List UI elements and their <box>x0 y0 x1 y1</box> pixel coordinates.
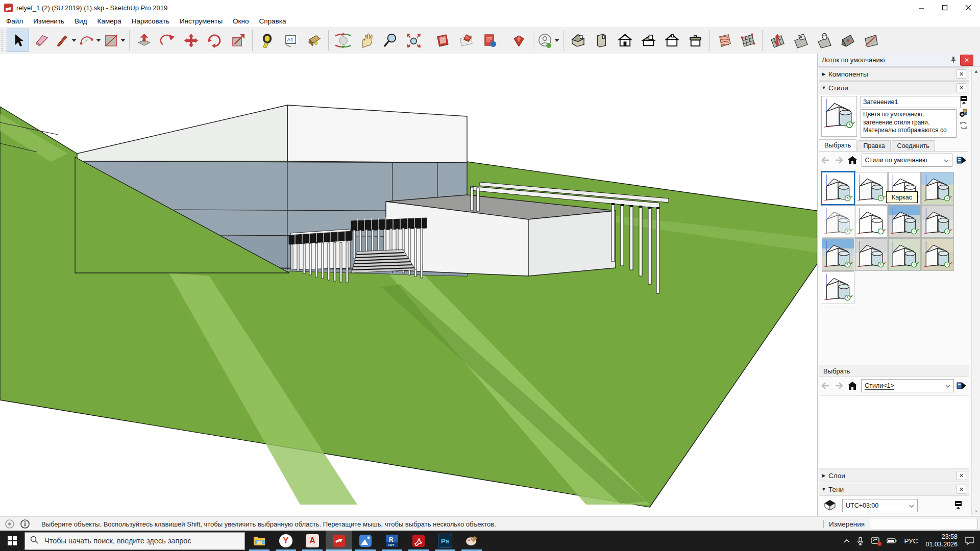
update-style-icon[interactable] <box>959 120 969 131</box>
taskbar-app-photoshop[interactable]: Ps <box>432 531 458 551</box>
taskbar-app-photos[interactable] <box>352 531 379 551</box>
styles-close-button[interactable]: ✕ <box>957 83 966 92</box>
menu-tools[interactable]: Инструменты <box>175 15 228 27</box>
taskbar-app-yandex[interactable]: Y <box>273 531 299 551</box>
sandbox-from-contours-button[interactable] <box>713 29 736 52</box>
sandbox-stamp-button[interactable] <box>789 29 812 52</box>
forward-arrow-icon[interactable] <box>834 154 845 166</box>
push-pull-tool-button[interactable] <box>133 29 155 52</box>
menu-view[interactable]: Вид <box>69 15 92 27</box>
tray-scrollbar[interactable]: ▲ ⌄ <box>971 67 980 515</box>
style-thumb[interactable] <box>855 238 888 271</box>
geolocation-icon[interactable] <box>4 518 15 530</box>
account-button[interactable] <box>536 29 560 52</box>
style-thumb-shading1[interactable] <box>821 171 855 206</box>
section-shadows[interactable]: ▼ Тени ✕ <box>819 483 969 496</box>
view-top-button[interactable] <box>637 29 659 52</box>
start-button[interactable] <box>0 531 24 551</box>
tab-mix[interactable]: Соединить <box>892 140 935 151</box>
language-indicator[interactable]: РУС <box>904 537 918 545</box>
home-icon[interactable] <box>847 380 858 392</box>
rectangle-dropdown-caret[interactable] <box>120 39 126 42</box>
shadows-close-button[interactable]: ✕ <box>957 485 966 494</box>
menu-camera[interactable]: Камера <box>92 15 127 27</box>
style-thumb[interactable] <box>822 238 854 271</box>
style-thumb[interactable] <box>888 205 921 238</box>
menu-file[interactable]: Файл <box>0 15 28 27</box>
view-front-button[interactable] <box>614 29 636 52</box>
view-side-button[interactable] <box>684 29 706 52</box>
tray-chevron-up-icon[interactable] <box>844 539 850 543</box>
info-icon[interactable] <box>19 518 31 530</box>
measurements-input[interactable] <box>870 518 978 530</box>
taskbar-app-acrobat[interactable] <box>405 531 432 551</box>
zoom-tool-button[interactable] <box>379 29 401 52</box>
tape-measure-tool-button[interactable] <box>256 29 278 52</box>
create-style-icon[interactable] <box>959 108 969 118</box>
section-layers[interactable]: ▶ Слои ✕ <box>819 469 969 482</box>
text-tool-button[interactable]: A1 <box>279 29 302 52</box>
menu-window[interactable]: Окно <box>228 15 254 27</box>
style-thumb[interactable] <box>822 271 854 304</box>
arc-tool-button[interactable] <box>78 29 102 52</box>
toggle-shadows-icon[interactable] <box>823 499 837 513</box>
styles-in-model-dropdown[interactable]: Стили<1> <box>861 379 953 392</box>
menu-draw[interactable]: Нарисовать <box>127 15 175 27</box>
style-thumb[interactable] <box>921 205 954 238</box>
view-box-button[interactable] <box>590 29 612 52</box>
sandbox-from-scratch-button[interactable] <box>737 29 759 52</box>
layers-close-button[interactable]: ✕ <box>957 471 966 480</box>
secondary-pane-icon[interactable] <box>954 500 962 511</box>
account-dropdown-caret[interactable] <box>554 39 559 42</box>
forward-arrow-icon[interactable] <box>833 380 844 392</box>
toolbar-grip[interactable] <box>2 30 6 51</box>
style-thumb-wireframe[interactable] <box>855 205 888 238</box>
extension-warehouse-button[interactable] <box>507 29 530 52</box>
sandbox-flip-edge-button[interactable] <box>860 29 882 52</box>
menu-edit[interactable]: Изменить <box>28 15 69 27</box>
scroll-up-icon[interactable]: ▲ <box>972 68 980 74</box>
action-center-icon[interactable] <box>965 537 974 545</box>
minimize-button[interactable] <box>910 0 933 15</box>
battery-icon[interactable] <box>887 538 897 544</box>
style-builder-button[interactable] <box>455 29 477 52</box>
zoom-extents-tool-button[interactable] <box>402 29 425 52</box>
style-collection-dropdown[interactable]: Стили по умолчанию <box>862 154 953 167</box>
menu-help[interactable]: Справка <box>254 15 291 27</box>
style-thumb[interactable] <box>921 238 954 271</box>
timezone-dropdown[interactable]: UTC+03:00 <box>842 499 918 512</box>
tab-edit[interactable]: Правка <box>857 140 890 151</box>
sandbox-drape-button[interactable] <box>813 29 835 52</box>
taskbar-app-paint[interactable] <box>458 531 485 551</box>
scroll-down-icon[interactable]: ⌄ <box>972 507 980 513</box>
taskbar-app-sketchup[interactable] <box>326 531 352 551</box>
style-thumb-xray[interactable] <box>822 205 854 238</box>
model-viewport[interactable] <box>0 54 817 516</box>
maximize-button[interactable] <box>933 0 957 15</box>
style-thumb-sky[interactable] <box>921 172 954 205</box>
layout-button[interactable] <box>431 29 454 52</box>
follow-me-tool-button[interactable] <box>156 29 179 52</box>
trimble-connect-button[interactable] <box>478 29 501 52</box>
view-back-button[interactable] <box>660 29 683 52</box>
sandbox-smoove-button[interactable] <box>766 29 788 52</box>
search-input[interactable] <box>43 536 239 545</box>
select-tool-button[interactable] <box>7 29 29 52</box>
orbit-tool-button[interactable] <box>332 29 354 52</box>
style-thumb[interactable] <box>888 238 921 271</box>
rectangle-tool-button[interactable] <box>103 29 126 52</box>
move-tool-button[interactable] <box>180 29 202 52</box>
line-tool-button[interactable] <box>54 29 77 52</box>
pin-icon[interactable] <box>949 55 958 64</box>
section-styles[interactable]: ▼ Стили ✕ <box>819 81 969 94</box>
tray-close-button[interactable]: ✕ <box>960 55 973 66</box>
scale-tool-button[interactable] <box>227 29 249 52</box>
sandbox-add-detail-button[interactable] <box>836 29 859 52</box>
pan-tool-button[interactable] <box>355 29 378 52</box>
details-arrow-icon[interactable] <box>956 380 967 392</box>
style-thumb[interactable] <box>855 172 888 205</box>
microphone-icon[interactable] <box>857 537 864 545</box>
arc-dropdown-caret[interactable] <box>96 39 101 42</box>
view-iso-button[interactable] <box>567 29 589 52</box>
back-arrow-icon[interactable] <box>820 380 831 392</box>
